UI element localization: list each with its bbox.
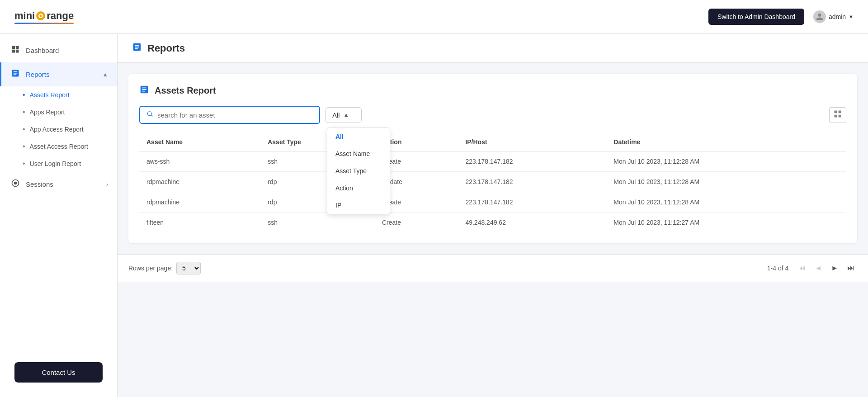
col-datetime: Datetime [606, 133, 846, 151]
cell-asset-name: rdpmachine [139, 192, 260, 213]
header-right: Switch to Admin Dashboard admin ▼ [708, 9, 854, 25]
cell-datetime: Mon Jul 10 2023, 11:12:28 AM [606, 172, 846, 192]
contact-us-button[interactable]: Contact Us [14, 362, 103, 383]
contact-us-section: Contact Us [0, 348, 117, 397]
sidebar-item-label: Dashboard [26, 47, 59, 54]
last-page-button[interactable]: ⏭ [844, 262, 857, 274]
sub-item-label: Apps Report [30, 109, 65, 116]
table-row: aws-ssh ssh Create 223.178.147.182 Mon J… [139, 151, 846, 172]
app-header: mini range Switch to Admin Dashboard adm… [0, 0, 868, 34]
logo-mini-text: mini [14, 10, 35, 22]
svg-rect-5 [12, 50, 15, 53]
content-area: Assets Report All ▲ [118, 63, 868, 254]
sidebar-item-label: Sessions [26, 180, 53, 188]
admin-menu[interactable]: admin ▼ [813, 10, 854, 23]
sidebar-nav: Dashboard Reports ▲ Assets Report Apps R… [0, 34, 117, 196]
sub-item-label: Assets Report [30, 91, 70, 99]
table-header: Asset Name Asset Type Action IP/Host Dat… [139, 133, 846, 151]
rows-per-page-select[interactable]: 5 10 25 [176, 262, 201, 274]
table-row: rdpmachine rdp Create 223.178.147.182 Mo… [139, 192, 846, 213]
sidebar-item-label: Reports [26, 71, 50, 78]
card-title: Assets Report [155, 85, 216, 96]
dropdown-option-action[interactable]: Action [327, 180, 390, 197]
logo-gear-icon [35, 10, 46, 21]
cell-datetime: Mon Jul 10 2023, 11:12:27 AM [606, 213, 846, 233]
svg-rect-4 [16, 46, 19, 49]
col-ip-host: IP/Host [458, 133, 606, 151]
cell-asset-type: ssh [260, 213, 375, 233]
dropdown-option-asset-type[interactable]: Asset Type [327, 162, 390, 180]
chevron-up-icon: ▲ [344, 112, 349, 118]
cell-ip-host: 49.248.249.62 [458, 213, 606, 233]
sub-item-label: User Login Report [30, 160, 81, 167]
dropdown-option-asset-name[interactable]: Asset Name [327, 145, 390, 162]
sidebar-item-app-access-report[interactable]: App Access Report [9, 121, 117, 138]
cell-datetime: Mon Jul 10 2023, 11:12:28 AM [606, 192, 846, 213]
filter-dropdown[interactable]: All ▲ [326, 107, 362, 123]
page-header-icon [132, 42, 142, 54]
svg-point-2 [40, 14, 42, 17]
chevron-down-icon: ▲ [102, 71, 108, 78]
assets-table: Asset Name Asset Type Action IP/Host Dat… [139, 133, 846, 232]
reports-sub-items: Assets Report Apps Report App Access Rep… [0, 86, 117, 172]
avatar [813, 10, 826, 23]
prev-page-button[interactable]: ◄ [812, 262, 825, 274]
search-icon [146, 110, 154, 119]
cell-ip-host: 223.178.147.182 [458, 151, 606, 172]
sidebar-item-assets-report[interactable]: Assets Report [9, 86, 117, 104]
first-page-button[interactable]: ⏮ [796, 262, 808, 274]
page-title: Reports [147, 43, 185, 54]
cell-asset-name: fifteen [139, 213, 260, 233]
pagination-controls: 1-4 of 4 ⏮ ◄ ► ⏭ [767, 262, 857, 274]
table-row: rdpmachine rdp Update 223.178.147.182 Mo… [139, 172, 846, 192]
col-asset-name: Asset Name [139, 133, 260, 151]
sidebar-item-user-login-report[interactable]: User Login Report [9, 155, 117, 172]
cell-ip-host: 223.178.147.182 [458, 172, 606, 192]
dropdown-option-ip[interactable]: IP [327, 197, 390, 214]
reports-icon [10, 69, 20, 80]
rows-per-page: Rows per page: 5 10 25 [128, 262, 201, 274]
admin-chevron-icon: ▼ [849, 14, 854, 19]
sidebar-item-asset-access-report[interactable]: Asset Access Report [9, 138, 117, 155]
cell-asset-name: aws-ssh [139, 151, 260, 172]
svg-rect-6 [16, 50, 19, 53]
grid-view-button[interactable] [829, 107, 846, 123]
card-header-icon [139, 85, 149, 97]
sub-item-label: Asset Access Report [30, 143, 88, 150]
sidebar-item-apps-report[interactable]: Apps Report [9, 104, 117, 121]
logo-underline [14, 23, 74, 24]
sidebar-item-reports[interactable]: Reports ▲ [0, 62, 117, 86]
cell-asset-name: rdpmachine [139, 172, 260, 192]
logo: mini range [14, 10, 74, 24]
next-page-button[interactable]: ► [828, 262, 841, 274]
logo-range-text: range [47, 10, 74, 22]
search-input[interactable] [157, 111, 313, 119]
sessions-icon [10, 179, 20, 190]
dropdown-option-all[interactable]: All [327, 128, 390, 145]
chevron-right-icon: › [106, 181, 108, 188]
cell-datetime: Mon Jul 10 2023, 11:12:28 AM [606, 151, 846, 172]
sidebar-item-sessions[interactable]: Sessions › [0, 172, 117, 196]
sidebar: Dashboard Reports ▲ Assets Report Apps R… [0, 34, 118, 397]
cell-ip-host: 223.178.147.182 [458, 192, 606, 213]
assets-report-card: Assets Report All ▲ [128, 74, 857, 243]
sidebar-item-dashboard[interactable]: Dashboard [0, 38, 117, 62]
switch-admin-button[interactable]: Switch to Admin Dashboard [708, 9, 804, 25]
main-content: Reports Assets Report [118, 34, 868, 397]
filter-dropdown-menu: All Asset Name Asset Type Action IP [327, 128, 390, 214]
table-row: fifteen ssh Create 49.248.249.62 Mon Jul… [139, 213, 846, 233]
sub-item-label: App Access Report [30, 126, 84, 133]
assets-table-container: Asset Name Asset Type Action IP/Host Dat… [139, 133, 846, 232]
filter-row: All ▲ All Asset Name Asset Type Action I… [139, 106, 846, 124]
rows-per-page-label: Rows per page: [128, 265, 173, 272]
pagination-row: Rows per page: 5 10 25 1-4 of 4 ⏮ ◄ ► ⏭ [118, 254, 868, 282]
table-body: aws-ssh ssh Create 223.178.147.182 Mon J… [139, 151, 846, 233]
main-layout: Dashboard Reports ▲ Assets Report Apps R… [0, 34, 868, 397]
svg-point-8 [14, 182, 17, 185]
search-box [139, 106, 320, 124]
dashboard-icon [10, 45, 20, 56]
cell-action: Create [375, 213, 458, 233]
admin-label: admin [829, 13, 846, 20]
svg-rect-3 [12, 46, 15, 49]
card-header: Assets Report [139, 85, 846, 97]
